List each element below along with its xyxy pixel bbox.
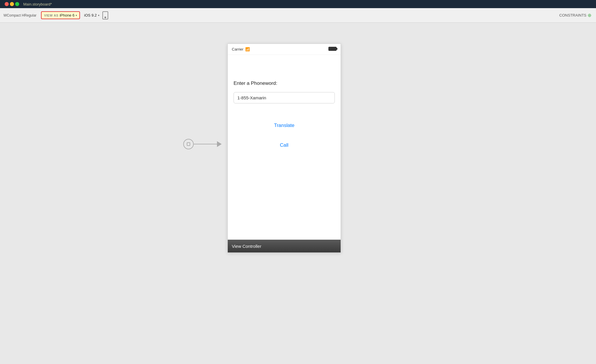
storyboard-canvas: Carrier 📶 Enter a Phoneword: Translate C… (0, 23, 596, 364)
battery-indicator (328, 47, 337, 52)
call-button[interactable]: Call (234, 139, 335, 152)
toolbar: WCompact HRegular VIEW AS iPhone 6 ▾ iOS… (0, 8, 596, 23)
view-as-label: VIEW AS (44, 14, 58, 17)
phoneword-prompt: Enter a Phoneword: (234, 80, 335, 86)
ios-version-selector[interactable]: iOS 9.2 ▾ (84, 13, 99, 17)
size-classes-label: WCompact HRegular (3, 13, 36, 17)
entry-circle (183, 139, 194, 149)
ios-version-dropdown-arrow: ▾ (98, 14, 99, 17)
device-name-label: iPhone 6 (60, 13, 74, 17)
document-title: Main.storyboard* (23, 2, 52, 6)
constraints-icon: ⊕ (588, 12, 591, 18)
ios-version-label: iOS 9.2 (84, 13, 97, 17)
translate-button[interactable]: Translate (234, 119, 335, 132)
device-dropdown-arrow: ▾ (76, 14, 77, 17)
phone-input[interactable] (234, 92, 335, 103)
entry-arrow-line (194, 144, 217, 144)
carrier-text: Carrier (232, 47, 243, 51)
entry-circle-inner (187, 142, 190, 146)
view-controller-bar: View Controller (228, 240, 341, 252)
title-bar: Main.storyboard* (0, 0, 596, 8)
iphone-frame: Carrier 📶 Enter a Phoneword: Translate C… (227, 44, 341, 253)
minimize-button[interactable] (10, 2, 14, 6)
battery-icon (328, 47, 337, 51)
view-controller-label: View Controller (232, 244, 261, 249)
constraints-text: CONSTRAINTS (559, 13, 586, 17)
entry-point-arrow (183, 139, 222, 149)
maximize-button[interactable] (15, 2, 19, 6)
window-controls (5, 2, 20, 6)
constraints-button[interactable]: CONSTRAINTS ⊕ (559, 12, 591, 18)
carrier-info: Carrier 📶 (232, 47, 250, 51)
iphone-content: Enter a Phoneword: Translate Call (228, 55, 341, 252)
device-orientation-icon[interactable] (102, 11, 108, 19)
entry-arrowhead (217, 141, 222, 147)
close-button[interactable] (5, 2, 9, 6)
status-bar: Carrier 📶 (228, 44, 341, 55)
wifi-icon: 📶 (245, 47, 250, 51)
view-as-selector[interactable]: VIEW AS iPhone 6 ▾ (41, 11, 80, 19)
